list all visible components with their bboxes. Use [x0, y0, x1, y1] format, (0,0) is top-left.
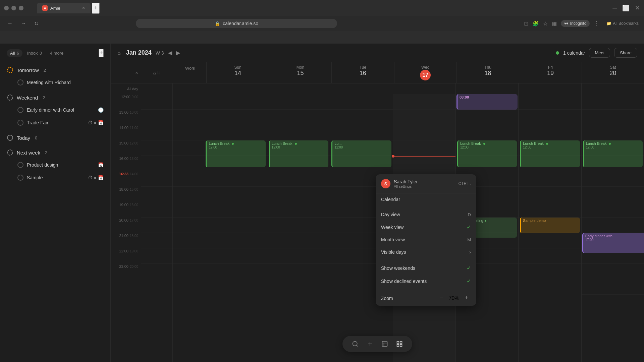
weekend-more-button[interactable]: ⋯	[98, 94, 104, 101]
allday-mon	[267, 83, 330, 94]
zoom-increase-button[interactable]: +	[462, 294, 471, 302]
day-col-work[interactable]	[172, 94, 204, 362]
weekend-add-button[interactable]: +	[91, 94, 95, 101]
list-item-early-dinner[interactable]: Early dinner with Carol 🕐	[0, 104, 110, 116]
share-button[interactable]: Share	[614, 48, 637, 58]
event-lunch-thu[interactable]: Lunch Break 12:00	[457, 140, 517, 167]
sidebar-tab-inbox[interactable]: Inbox 0	[24, 49, 45, 57]
day-header-sat20[interactable]: Sat 20	[582, 62, 644, 83]
search-toolbar-button[interactable]	[351, 339, 360, 349]
day-col-home[interactable]	[141, 94, 172, 362]
bookmark-icon[interactable]: ☆	[543, 20, 548, 27]
day-header-wed17[interactable]: Wed 17	[394, 62, 457, 83]
tab-title: Amie	[50, 6, 60, 11]
day-col-sat20[interactable]: Lunch Break 12:00 Early dinner with 17:0…	[581, 94, 644, 362]
allday-fri	[518, 83, 581, 94]
browser-toolbar: ← → ↻ 🔒 calendar.amie.so ⊡ 🧩 ☆ ▦ 🕶 Incog…	[0, 16, 644, 31]
sample-checkbox[interactable]	[17, 175, 23, 181]
prev-week-button[interactable]: ◀	[168, 50, 172, 56]
trade-fair-checkbox[interactable]	[17, 120, 23, 126]
add-toolbar-button[interactable]	[365, 339, 375, 349]
list-item-sample[interactable]: Sample ⏱ ● 📅	[0, 171, 110, 184]
product-design-checkbox[interactable]	[17, 162, 23, 168]
maximize-button[interactable]	[11, 6, 16, 10]
early-dinner-checkbox[interactable]	[17, 107, 23, 113]
menu-item-visible-days[interactable]: Visible days ›	[376, 246, 476, 258]
zoom-decrease-button[interactable]: −	[437, 294, 446, 302]
sidebar-icon[interactable]: ▦	[552, 20, 557, 27]
menu-item-show-weekends[interactable]: Show weekends ✓	[376, 261, 476, 275]
layout-toolbar-button[interactable]	[380, 339, 389, 349]
forward-button[interactable]: →	[19, 19, 28, 28]
sidebar-add-button[interactable]: +	[99, 49, 104, 57]
next-week-group-icon	[7, 149, 13, 156]
day-header-thu18[interactable]: Thu 18	[457, 62, 519, 83]
minimize-window-button[interactable]: ─	[612, 5, 617, 12]
event-thu-top[interactable]: 08:00	[457, 94, 518, 110]
tab-close-icon[interactable]: ✕	[82, 6, 85, 10]
menu-header[interactable]: S Sarah Tyler All settings CTRL .	[376, 174, 476, 193]
trade-fair-clock-icon: ⏱	[88, 120, 93, 125]
menu-item-month-view[interactable]: Month view M	[376, 234, 476, 246]
today-add-button[interactable]: +	[91, 134, 95, 141]
sidebar-tab-more[interactable]: 4 more	[47, 49, 67, 57]
back-button[interactable]: ←	[5, 19, 15, 28]
next-week-group-header[interactable]: Next week 2 + ⋯	[0, 146, 110, 159]
calendar-menu-label: Calendar	[381, 197, 400, 202]
home-nav-icon: ⌂	[153, 70, 156, 75]
minimize-button[interactable]	[4, 6, 9, 10]
zoom-value: 70%	[448, 295, 459, 301]
menu-item-calendar[interactable]: Calendar	[376, 193, 476, 205]
day-header-tue16[interactable]: Tue 16	[331, 62, 394, 83]
day-col-fri19[interactable]: Lunch Break 12:00 Sample demo	[518, 94, 581, 362]
day-header-mon15[interactable]: Mon 15	[269, 62, 331, 83]
event-lunch-sat[interactable]: Lunch Break 12:00	[583, 140, 643, 167]
day-col-mon15[interactable]: Lunch Break 12:00	[267, 94, 330, 362]
allday-tue	[330, 83, 392, 94]
toolbar-right: ⊡ 🧩 ☆ ▦ 🕶 Incognito ⋮	[524, 20, 600, 27]
tomorrow-group-header[interactable]: Tomorrow 2 + ⋯	[0, 64, 110, 76]
event-early-dinner-sat[interactable]: Early dinner with 17:00	[582, 233, 644, 253]
calendars-count-label[interactable]: 1 calendar	[563, 50, 585, 56]
close-button[interactable]	[19, 6, 23, 10]
list-item-meeting-richard[interactable]: Meeting with Richard	[0, 76, 110, 89]
next-week-more-button[interactable]: ⋯	[98, 149, 104, 156]
sample-dot-icon: ●	[94, 175, 97, 180]
meet-button[interactable]: Meet	[589, 48, 610, 58]
list-item-trade-fair[interactable]: Trade Fair ⏱ ● 📅	[0, 116, 110, 129]
today-more-button[interactable]: ⋯	[98, 134, 104, 141]
tomorrow-more-button[interactable]: ⋯	[98, 67, 104, 73]
day-header-fri19[interactable]: Fri 19	[519, 62, 581, 83]
maximize-window-button[interactable]: ⬜	[622, 4, 630, 12]
list-group-tomorrow: Tomorrow 2 + ⋯ Meeting with Richard	[0, 63, 110, 90]
event-lunch-tue[interactable]: Lu... 12:00	[331, 140, 391, 167]
tab-bar: A Amie ✕ +	[33, 2, 610, 14]
menu-item-week-view[interactable]: Week view ✓	[376, 221, 476, 234]
event-sample-demo[interactable]: Sample demo	[520, 218, 580, 233]
weekend-group-header[interactable]: Weekend 2 + ⋯	[0, 92, 110, 104]
close-window-button[interactable]: ✕	[635, 4, 640, 12]
event-lunch-mon[interactable]: Lunch Break 12:00	[269, 140, 328, 167]
sidebar-tab-all[interactable]: All 6	[7, 49, 22, 57]
next-week-button[interactable]: ▶	[176, 50, 180, 56]
close-allday-icon[interactable]: ✕	[135, 71, 138, 75]
active-tab[interactable]: A Amie ✕	[37, 3, 91, 13]
refresh-button[interactable]: ↻	[32, 19, 41, 28]
next-week-add-button[interactable]: +	[91, 149, 95, 156]
meeting-richard-checkbox[interactable]	[17, 79, 23, 85]
address-bar[interactable]: 🔒 calendar.amie.so	[136, 19, 337, 28]
new-tab-button[interactable]: +	[92, 3, 100, 14]
menu-icon[interactable]: ⋮	[594, 20, 600, 27]
menu-item-day-view[interactable]: Day view D	[376, 208, 476, 221]
day-header-sun14[interactable]: Sun 14	[206, 62, 269, 83]
day-col-sun14[interactable]: Lunch Break 12:00	[204, 94, 267, 362]
today-group-header[interactable]: Today 0 + ⋯	[0, 132, 110, 144]
list-item-product-design[interactable]: Product design 📅	[0, 159, 110, 171]
event-lunch-sun[interactable]: Lunch Break 12:00	[206, 140, 265, 167]
time-slot-1700: 16:3314:00	[111, 171, 141, 187]
tomorrow-add-button[interactable]: +	[91, 67, 95, 73]
menu-item-show-declined[interactable]: Show declined events ✓	[376, 275, 476, 288]
grid-toolbar-button[interactable]	[395, 339, 404, 349]
trade-fair-badges: ⏱ ● 📅	[88, 120, 104, 125]
event-lunch-fri[interactable]: Lunch Break 12:00	[520, 140, 580, 167]
